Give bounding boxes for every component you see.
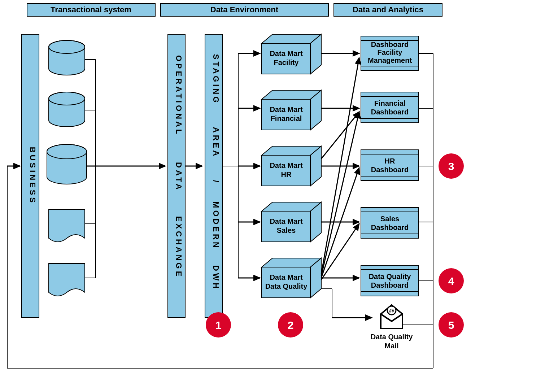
mart-sales: Data Mart Sales — [262, 202, 321, 242]
svg-text:Financial: Financial — [374, 99, 406, 107]
svg-text:Data Mart: Data Mart — [270, 105, 302, 113]
svg-text:Facility: Facility — [274, 58, 299, 66]
odx-l3: EXCHANGE — [174, 216, 183, 279]
svg-text:Sales: Sales — [380, 215, 399, 223]
svg-text:Data Mart: Data Mart — [270, 217, 302, 225]
svg-text:Data Mart: Data Mart — [270, 273, 302, 281]
business-label: BUSINESS — [28, 147, 37, 205]
svg-text:Facility: Facility — [378, 48, 403, 56]
svg-text:Dashboard: Dashboard — [371, 166, 409, 174]
svg-text:Data Quality: Data Quality — [265, 282, 308, 290]
db-cylinder-2 — [49, 92, 85, 127]
mail-l1: Data Quality — [371, 333, 413, 341]
svg-text:Dashboard: Dashboard — [371, 108, 409, 116]
svg-text:5: 5 — [448, 319, 454, 331]
odx-l2: DATA — [174, 162, 183, 192]
staging-l2: AREA — [212, 127, 221, 158]
svg-text:1: 1 — [215, 319, 222, 331]
svg-text:Data Quality: Data Quality — [369, 273, 411, 280]
staging-l5: DWH — [212, 265, 221, 291]
mart-financial: Data Mart Financial — [262, 90, 321, 130]
svg-text:3: 3 — [448, 160, 454, 172]
header-data-environment-label: Data Environment — [210, 5, 279, 14]
svg-text:Management: Management — [368, 56, 412, 64]
mart-hr: Data Mart HR — [262, 146, 321, 186]
svg-text:Dashboard: Dashboard — [371, 281, 409, 289]
svg-text:Data Mart: Data Mart — [270, 161, 302, 169]
svg-text:4: 4 — [448, 275, 454, 287]
diagram-canvas: Transactional system Data Environment Da… — [0, 0, 545, 392]
svg-line-65 — [321, 168, 359, 278]
odx-l1: OPERATIONAL — [174, 55, 183, 136]
mail-icon: @ — [381, 305, 402, 328]
db-cylinder-3 — [47, 144, 87, 184]
staging-l4: MODERN — [212, 201, 221, 250]
doc-2 — [49, 263, 85, 296]
mart-facility: Data Mart Facility — [262, 34, 321, 74]
svg-text:Dashboard: Dashboard — [371, 223, 409, 231]
db-cylinder-1 — [49, 40, 85, 75]
svg-text:Sales: Sales — [277, 226, 296, 234]
svg-text:Dashboard: Dashboard — [371, 40, 409, 48]
staging-l1: STAGING — [212, 54, 221, 105]
mail-l2: Mail — [385, 342, 399, 350]
mart-data-quality: Data Mart Data Quality — [262, 258, 321, 298]
svg-text:HR: HR — [385, 157, 395, 165]
svg-text:HR: HR — [281, 170, 292, 178]
svg-text:@: @ — [389, 308, 394, 314]
header-data-analytics-label: Data and Analytics — [353, 5, 423, 14]
header-transactional-label: Transactional system — [51, 5, 131, 14]
doc-1 — [49, 209, 85, 242]
svg-text:Data Mart: Data Mart — [270, 49, 302, 57]
svg-text:2: 2 — [288, 319, 294, 331]
staging-l3: / — [212, 180, 221, 184]
svg-text:Financial: Financial — [271, 114, 302, 122]
